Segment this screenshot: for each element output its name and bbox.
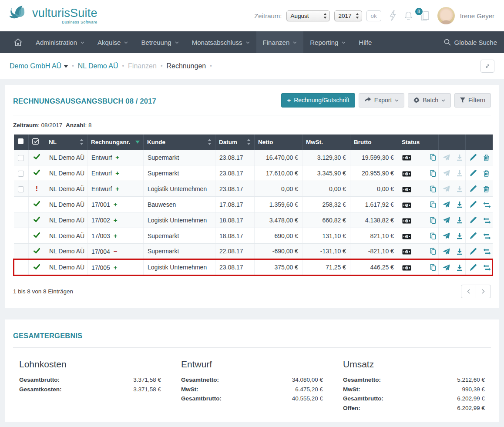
cell-invoice-no: 17/005 +: [87, 259, 144, 276]
send-icon[interactable]: [443, 248, 450, 255]
edit-icon[interactable]: [470, 264, 477, 271]
batch-button[interactable]: Batch: [408, 93, 451, 108]
ok-button[interactable]: ok: [366, 10, 381, 21]
copy-icon[interactable]: [429, 248, 437, 255]
send-icon[interactable]: [443, 232, 450, 239]
month-select[interactable]: August: [286, 10, 330, 21]
global-search[interactable]: Globale Suche: [444, 31, 497, 53]
chevron-down-icon: [342, 41, 346, 44]
download-icon[interactable]: [456, 264, 463, 271]
user-avatar[interactable]: [437, 7, 455, 24]
edit-icon[interactable]: [470, 248, 477, 255]
status-ok-icon: [34, 201, 40, 207]
fullscreen-button[interactable]: [480, 60, 494, 73]
cell-brutto: 0,00 €: [350, 181, 398, 197]
cell-date: 23.08.17: [215, 165, 255, 181]
chevron-down-icon: [246, 41, 250, 44]
cell-date: 23.08.17: [215, 150, 255, 165]
copy-icon[interactable]: [429, 154, 437, 161]
sort-down-icon: [135, 141, 140, 144]
year-select[interactable]: 2017: [334, 10, 362, 21]
row-checkbox[interactable]: [18, 171, 24, 177]
edit-icon[interactable]: [470, 232, 477, 239]
download-icon[interactable]: [456, 248, 463, 255]
plus-icon: +: [115, 169, 119, 177]
cell-nl: NL Demo AÜ: [45, 150, 87, 165]
row-checkbox[interactable]: [18, 186, 24, 192]
export-button[interactable]: Export: [359, 93, 404, 108]
table-row: NL Demo AÜ 17/005 + Logistik Unternehmen…: [14, 259, 493, 276]
send-icon[interactable]: [443, 264, 450, 271]
invoice-table-body: NL Demo AÜ Entwurf + Supermarkt 23.08.17…: [14, 150, 493, 276]
swap-icon[interactable]: [483, 202, 491, 208]
status-flag-header[interactable]: [29, 134, 45, 150]
nav-item-finanzen[interactable]: Finanzen: [256, 31, 304, 53]
cell-netto: -690,00 €: [255, 244, 302, 259]
cell-customer: Logistik Unternehmen: [144, 181, 215, 197]
edit-icon[interactable]: [470, 170, 477, 177]
brand-tagline: Business Software: [62, 20, 97, 24]
summary-row: MwSt: 6.475,20 €: [181, 385, 323, 394]
copy-icon[interactable]: [429, 217, 437, 224]
home-icon[interactable]: [7, 31, 29, 53]
swap-icon[interactable]: [483, 218, 491, 224]
documents-icon[interactable]: 8: [420, 11, 430, 21]
copy-icon[interactable]: [429, 201, 437, 208]
nav-item-betreuung[interactable]: Betreuung: [134, 31, 185, 53]
download-icon[interactable]: [456, 201, 463, 208]
download-icon[interactable]: [456, 217, 463, 224]
column-header-nl[interactable]: NL: [45, 134, 87, 150]
chevron-down-icon: [395, 99, 399, 102]
app-logo[interactable]: vulturisSuite Business Software: [10, 4, 97, 27]
column-header-customer[interactable]: Kunde: [144, 134, 215, 150]
row-checkbox[interactable]: [18, 155, 24, 161]
nav-item-monatsabschluss[interactable]: Monatsabschluss: [185, 31, 256, 53]
nav-item-administration[interactable]: Administration: [29, 31, 91, 53]
send-icon: [443, 154, 450, 161]
breadcrumb-item[interactable]: Demo GmbH AÜ: [10, 62, 68, 70]
chevron-down-icon: [81, 41, 84, 44]
minus-icon: −: [114, 248, 118, 255]
column-header-date[interactable]: Datum: [215, 134, 255, 150]
edit-icon[interactable]: [470, 217, 477, 224]
new-invoice-button[interactable]: + Rechnung/Gutschrift: [281, 93, 355, 108]
delete-icon[interactable]: [483, 154, 490, 161]
prev-page-button[interactable]: [461, 285, 476, 298]
select-all-header[interactable]: [14, 134, 29, 150]
nav-item-hilfe[interactable]: Hilfe: [352, 31, 378, 53]
column-header-action: [439, 134, 452, 150]
copy-icon[interactable]: [429, 264, 437, 271]
swap-icon[interactable]: [483, 249, 491, 255]
swap-icon[interactable]: [483, 265, 491, 271]
nav-item-reporting[interactable]: Reporting: [303, 31, 352, 53]
column-header-invoice[interactable]: Rechnungsnr.: [87, 134, 144, 150]
swap-icon[interactable]: [483, 233, 491, 239]
chevron-down-icon: [124, 41, 128, 44]
cell-customer: Bauwesen: [144, 197, 215, 212]
edit-icon[interactable]: [470, 185, 477, 192]
pagination-info: 1 bis 8 von 8 Einträgen: [13, 288, 73, 295]
lightning-icon[interactable]: [389, 10, 396, 21]
nav-item-akquise[interactable]: Akquise: [91, 31, 134, 53]
cell-mwst: -131,10 €: [302, 244, 350, 259]
copy-icon[interactable]: [429, 185, 437, 193]
copy-icon[interactable]: [429, 232, 437, 240]
send-icon[interactable]: [443, 217, 450, 224]
breadcrumb-item[interactable]: Finanzen: [128, 62, 157, 70]
filter-button[interactable]: Filtern: [454, 93, 491, 108]
edit-icon[interactable]: [470, 154, 477, 161]
bell-icon[interactable]: [404, 11, 413, 20]
cell-netto: 3.478,00 €: [255, 212, 302, 228]
next-page-button[interactable]: [476, 285, 491, 298]
status-ok-icon: [34, 232, 40, 238]
breadcrumb-item: Rechnungen: [166, 62, 206, 70]
breadcrumb-item[interactable]: NL Demo AÜ: [78, 62, 118, 70]
copy-icon[interactable]: [429, 170, 437, 177]
cell-date: 22.08.17: [215, 244, 255, 259]
status-ok-icon: [34, 264, 40, 270]
download-icon[interactable]: [456, 232, 463, 239]
send-icon[interactable]: [443, 201, 450, 208]
delete-icon[interactable]: [483, 170, 490, 177]
edit-icon[interactable]: [470, 201, 477, 208]
delete-icon[interactable]: [483, 185, 490, 192]
